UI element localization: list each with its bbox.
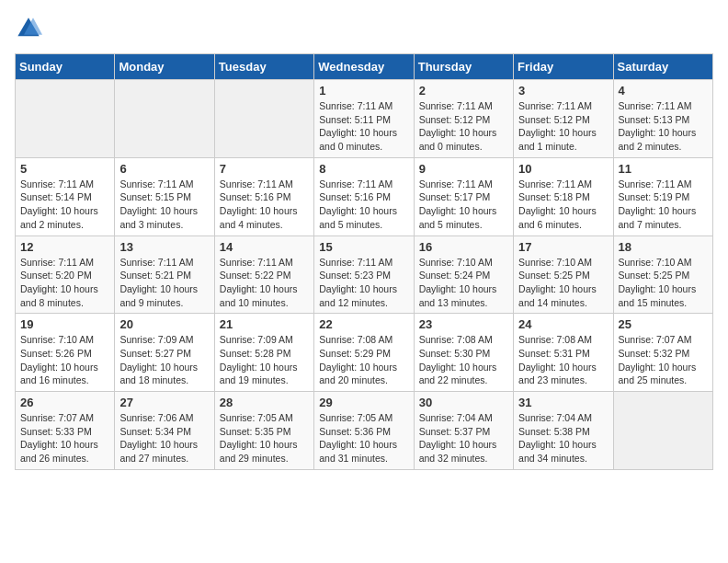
day-info: Sunrise: 7:08 AMSunset: 5:31 PMDaylight:… — [518, 333, 608, 387]
day-number: 22 — [319, 317, 408, 331]
day-info: Sunrise: 7:11 AMSunset: 5:17 PMDaylight:… — [419, 178, 508, 232]
calendar-cell: 7Sunrise: 7:11 AMSunset: 5:16 PMDaylight… — [214, 157, 313, 236]
day-info: Sunrise: 7:11 AMSunset: 5:15 PMDaylight:… — [119, 178, 209, 232]
day-info: Sunrise: 7:11 AMSunset: 5:21 PMDaylight:… — [119, 256, 209, 310]
calendar-cell: 11Sunrise: 7:11 AMSunset: 5:19 PMDayligh… — [613, 157, 712, 236]
day-info: Sunrise: 7:11 AMSunset: 5:19 PMDaylight:… — [619, 178, 708, 232]
day-info: Sunrise: 7:05 AMSunset: 5:35 PMDaylight:… — [220, 411, 309, 465]
calendar-cell — [16, 80, 115, 158]
day-info: Sunrise: 7:07 AMSunset: 5:32 PMDaylight:… — [619, 333, 708, 387]
logo — [15, 15, 46, 42]
day-info: Sunrise: 7:04 AMSunset: 5:38 PMDaylight:… — [518, 411, 608, 465]
day-info: Sunrise: 7:11 AMSunset: 5:23 PMDaylight:… — [319, 256, 408, 310]
calendar-week-row: 1Sunrise: 7:11 AMSunset: 5:11 PMDaylight… — [16, 80, 713, 158]
day-info: Sunrise: 7:11 AMSunset: 5:11 PMDaylight:… — [319, 99, 408, 154]
day-number: 10 — [518, 162, 608, 176]
weekday-header-sunday: Sunday — [16, 54, 115, 80]
calendar-cell: 6Sunrise: 7:11 AMSunset: 5:15 PMDaylight… — [115, 157, 214, 236]
day-number: 6 — [119, 162, 209, 176]
calendar-cell: 22Sunrise: 7:08 AMSunset: 5:29 PMDayligh… — [314, 314, 414, 392]
day-number: 24 — [518, 317, 608, 331]
calendar-cell: 30Sunrise: 7:04 AMSunset: 5:37 PMDayligh… — [414, 392, 513, 470]
weekday-header-wednesday: Wednesday — [314, 54, 414, 80]
day-number: 13 — [119, 240, 209, 254]
weekday-header-row: SundayMondayTuesdayWednesdayThursdayFrid… — [16, 54, 713, 80]
calendar-cell: 10Sunrise: 7:11 AMSunset: 5:18 PMDayligh… — [514, 157, 613, 236]
day-info: Sunrise: 7:11 AMSunset: 5:18 PMDaylight:… — [518, 178, 608, 232]
calendar-cell: 28Sunrise: 7:05 AMSunset: 5:35 PMDayligh… — [214, 392, 313, 470]
calendar-cell: 16Sunrise: 7:10 AMSunset: 5:24 PMDayligh… — [414, 236, 513, 314]
calendar-cell: 21Sunrise: 7:09 AMSunset: 5:28 PMDayligh… — [214, 314, 313, 392]
day-info: Sunrise: 7:11 AMSunset: 5:16 PMDaylight:… — [220, 178, 309, 232]
calendar-cell — [613, 392, 712, 470]
calendar-cell: 26Sunrise: 7:07 AMSunset: 5:33 PMDayligh… — [16, 392, 115, 470]
day-info: Sunrise: 7:11 AMSunset: 5:22 PMDaylight:… — [220, 256, 309, 310]
calendar-cell: 12Sunrise: 7:11 AMSunset: 5:20 PMDayligh… — [16, 236, 115, 314]
day-number: 31 — [518, 396, 608, 409]
calendar-cell: 1Sunrise: 7:11 AMSunset: 5:11 PMDaylight… — [314, 80, 414, 158]
day-info: Sunrise: 7:08 AMSunset: 5:30 PMDaylight:… — [419, 333, 508, 387]
weekday-header-friday: Friday — [514, 54, 613, 80]
day-info: Sunrise: 7:11 AMSunset: 5:13 PMDaylight:… — [619, 99, 708, 154]
day-number: 17 — [518, 240, 608, 254]
day-info: Sunrise: 7:07 AMSunset: 5:33 PMDaylight:… — [20, 411, 109, 465]
day-info: Sunrise: 7:11 AMSunset: 5:14 PMDaylight:… — [20, 178, 109, 232]
day-number: 26 — [20, 396, 109, 409]
weekday-header-monday: Monday — [115, 54, 214, 80]
day-info: Sunrise: 7:09 AMSunset: 5:28 PMDaylight:… — [220, 333, 309, 387]
day-number: 23 — [419, 317, 508, 331]
calendar-cell: 17Sunrise: 7:10 AMSunset: 5:25 PMDayligh… — [514, 236, 613, 314]
calendar-cell: 5Sunrise: 7:11 AMSunset: 5:14 PMDaylight… — [16, 157, 115, 236]
day-info: Sunrise: 7:05 AMSunset: 5:36 PMDaylight:… — [319, 411, 408, 465]
weekday-header-thursday: Thursday — [414, 54, 513, 80]
day-info: Sunrise: 7:10 AMSunset: 5:26 PMDaylight:… — [20, 333, 109, 387]
day-info: Sunrise: 7:11 AMSunset: 5:12 PMDaylight:… — [419, 99, 508, 154]
day-number: 16 — [419, 240, 508, 254]
page-header — [15, 15, 713, 42]
day-info: Sunrise: 7:11 AMSunset: 5:12 PMDaylight:… — [518, 99, 608, 154]
day-number: 5 — [20, 162, 109, 176]
day-number: 2 — [419, 84, 508, 98]
calendar-week-row: 5Sunrise: 7:11 AMSunset: 5:14 PMDaylight… — [16, 157, 713, 236]
day-number: 12 — [20, 240, 109, 254]
day-number: 4 — [619, 84, 708, 98]
calendar-cell: 18Sunrise: 7:10 AMSunset: 5:25 PMDayligh… — [613, 236, 712, 314]
day-number: 9 — [419, 162, 508, 176]
day-info: Sunrise: 7:10 AMSunset: 5:25 PMDaylight:… — [518, 256, 608, 310]
day-info: Sunrise: 7:04 AMSunset: 5:37 PMDaylight:… — [419, 411, 508, 465]
day-info: Sunrise: 7:11 AMSunset: 5:16 PMDaylight:… — [319, 178, 408, 232]
calendar-cell: 2Sunrise: 7:11 AMSunset: 5:12 PMDaylight… — [414, 80, 513, 158]
day-number: 18 — [619, 240, 708, 254]
day-info: Sunrise: 7:10 AMSunset: 5:24 PMDaylight:… — [419, 256, 508, 310]
day-number: 27 — [119, 396, 209, 409]
day-info: Sunrise: 7:11 AMSunset: 5:20 PMDaylight:… — [20, 256, 109, 310]
calendar-cell: 29Sunrise: 7:05 AMSunset: 5:36 PMDayligh… — [314, 392, 414, 470]
calendar-cell — [115, 80, 214, 158]
calendar-cell: 8Sunrise: 7:11 AMSunset: 5:16 PMDaylight… — [314, 157, 414, 236]
calendar-cell: 13Sunrise: 7:11 AMSunset: 5:21 PMDayligh… — [115, 236, 214, 314]
calendar-cell: 19Sunrise: 7:10 AMSunset: 5:26 PMDayligh… — [16, 314, 115, 392]
calendar-cell: 15Sunrise: 7:11 AMSunset: 5:23 PMDayligh… — [314, 236, 414, 314]
calendar-cell — [214, 80, 313, 158]
day-number: 21 — [220, 317, 309, 331]
weekday-header-tuesday: Tuesday — [214, 54, 313, 80]
day-info: Sunrise: 7:10 AMSunset: 5:25 PMDaylight:… — [619, 256, 708, 310]
day-number: 1 — [319, 84, 408, 98]
calendar-week-row: 26Sunrise: 7:07 AMSunset: 5:33 PMDayligh… — [16, 392, 713, 470]
calendar-cell: 25Sunrise: 7:07 AMSunset: 5:32 PMDayligh… — [613, 314, 712, 392]
day-number: 14 — [220, 240, 309, 254]
day-number: 11 — [619, 162, 708, 176]
day-number: 28 — [220, 396, 309, 409]
calendar-cell: 24Sunrise: 7:08 AMSunset: 5:31 PMDayligh… — [514, 314, 613, 392]
day-info: Sunrise: 7:08 AMSunset: 5:29 PMDaylight:… — [319, 333, 408, 387]
calendar-cell: 4Sunrise: 7:11 AMSunset: 5:13 PMDaylight… — [613, 80, 712, 158]
day-number: 7 — [220, 162, 309, 176]
calendar-week-row: 12Sunrise: 7:11 AMSunset: 5:20 PMDayligh… — [16, 236, 713, 314]
calendar-cell: 20Sunrise: 7:09 AMSunset: 5:27 PMDayligh… — [115, 314, 214, 392]
calendar-cell: 31Sunrise: 7:04 AMSunset: 5:38 PMDayligh… — [514, 392, 613, 470]
day-info: Sunrise: 7:06 AMSunset: 5:34 PMDaylight:… — [119, 411, 209, 465]
calendar-table: SundayMondayTuesdayWednesdayThursdayFrid… — [15, 53, 713, 470]
day-number: 30 — [419, 396, 508, 409]
day-number: 25 — [619, 317, 708, 331]
calendar-cell: 23Sunrise: 7:08 AMSunset: 5:30 PMDayligh… — [414, 314, 513, 392]
